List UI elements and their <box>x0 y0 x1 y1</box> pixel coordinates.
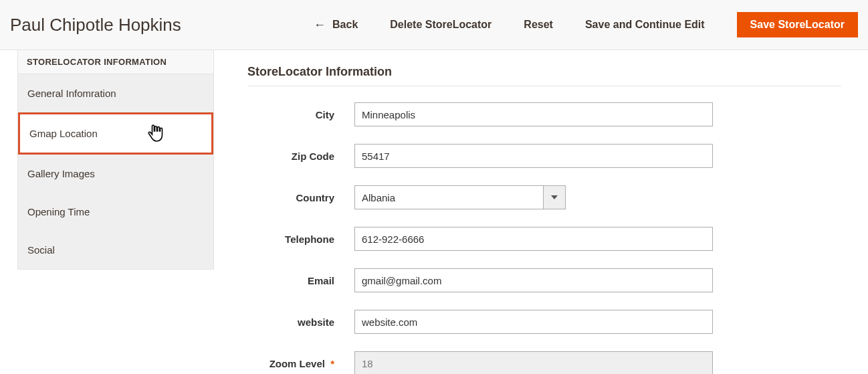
input-zoom[interactable] <box>354 351 713 374</box>
back-button-label: Back <box>332 19 358 31</box>
reset-button-label: Reset <box>524 19 553 31</box>
sidebar-tab-label: Gmap Location <box>29 128 98 139</box>
cursor-hand-icon <box>147 124 165 145</box>
save-continue-button[interactable]: Save and Continue Edit <box>585 19 705 31</box>
input-telephone[interactable] <box>354 227 713 251</box>
label-city: City <box>247 109 354 120</box>
row-zoom: Zoom Level * <box>247 351 841 374</box>
label-zip: Zip Code <box>247 151 354 162</box>
label-email: Email <box>247 275 354 286</box>
select-country-toggle[interactable] <box>543 185 566 209</box>
sidebar-tab-social[interactable]: Social <box>18 231 213 269</box>
sidebar-panel-title: STORELOCATOR INFORMATION <box>18 50 213 74</box>
sidebar-tab-label: Gallery Images <box>27 168 95 179</box>
label-website: website <box>247 316 354 328</box>
sidebar-tab-label: General Infomration <box>27 88 116 99</box>
header-actions: ← Back Delete StoreLocator Reset Save an… <box>314 12 858 37</box>
save-button-label: Save StoreLocator <box>750 19 845 31</box>
row-telephone: Telephone <box>247 227 841 251</box>
main-content: StoreLocator Information City Zip Code C… <box>214 50 868 374</box>
sidebar-panel: STORELOCATOR INFORMATION General Infomra… <box>17 50 214 270</box>
row-zip: Zip Code <box>247 144 841 168</box>
save-continue-label: Save and Continue Edit <box>585 19 705 31</box>
input-zip[interactable] <box>354 144 713 168</box>
save-button[interactable]: Save StoreLocator <box>737 12 858 37</box>
reset-button[interactable]: Reset <box>524 19 553 31</box>
row-website: website <box>247 310 841 334</box>
delete-button-label: Delete StoreLocator <box>390 19 492 31</box>
sidebar-tab-general[interactable]: General Infomration <box>18 74 213 112</box>
row-email: Email <box>247 268 841 292</box>
input-email[interactable] <box>354 268 713 292</box>
sidebar: STORELOCATOR INFORMATION General Infomra… <box>0 50 214 374</box>
label-zoom-text: Zoom Level <box>269 358 325 369</box>
sidebar-tab-gmap[interactable]: Gmap Location <box>18 112 213 155</box>
sidebar-tab-label: Opening Time <box>27 206 90 217</box>
delete-button[interactable]: Delete StoreLocator <box>390 19 492 31</box>
input-city[interactable] <box>354 102 713 126</box>
sidebar-tab-opening[interactable]: Opening Time <box>18 193 213 231</box>
sidebar-tab-gallery[interactable]: Gallery Images <box>18 155 213 193</box>
arrow-left-icon: ← <box>314 19 326 31</box>
label-country: Country <box>247 192 354 203</box>
input-website[interactable] <box>354 310 713 334</box>
back-button[interactable]: ← Back <box>314 19 358 31</box>
sidebar-tab-label: Social <box>27 244 55 256</box>
required-asterisk-icon: * <box>330 358 334 369</box>
select-country-value[interactable] <box>354 185 543 209</box>
select-country[interactable] <box>354 185 566 209</box>
caret-down-icon <box>551 195 558 199</box>
page-header: Paul Chipotle Hopkins ← Back Delete Stor… <box>0 0 868 50</box>
page-title: Paul Chipotle Hopkins <box>10 15 181 35</box>
row-country: Country <box>247 185 841 209</box>
row-city: City <box>247 102 841 126</box>
label-telephone: Telephone <box>247 233 354 245</box>
label-zoom: Zoom Level * <box>247 358 354 369</box>
section-title: StoreLocator Information <box>247 65 841 86</box>
body-layout: STORELOCATOR INFORMATION General Infomra… <box>0 50 868 374</box>
